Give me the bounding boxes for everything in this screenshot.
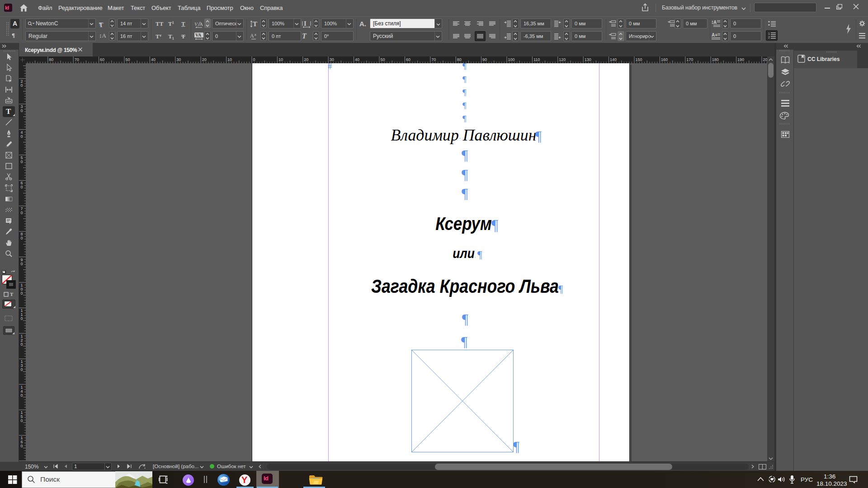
svg-text:2: 2 [768,36,770,39]
svg-text:0: 0 [21,418,23,423]
svg-text:1: 1 [768,32,770,35]
svg-text:A: A [199,21,203,27]
svg-text:0: 0 [21,236,23,240]
svg-text:100: 100 [508,57,515,62]
svg-text:160: 160 [661,57,668,62]
svg-text:0: 0 [21,291,23,296]
svg-text:0: 0 [21,367,23,372]
svg-text:0: 0 [21,342,23,347]
svg-text:20: 20 [304,57,308,62]
svg-text:40: 40 [355,57,359,62]
svg-text:0: 0 [21,185,23,189]
svg-text:0: 0 [21,108,23,113]
svg-text:60: 60 [100,57,104,62]
svg-text:170: 170 [686,57,693,62]
svg-text:0: 0 [21,83,23,88]
svg-text:0: 0 [21,160,23,164]
svg-text:0: 0 [21,262,23,266]
svg-text:130: 130 [585,57,591,62]
svg-text:200: 200 [763,57,768,62]
svg-text:0: 0 [21,211,23,215]
svg-text:90: 90 [482,57,487,62]
svg-text:40: 40 [151,57,156,62]
svg-text:50: 50 [381,57,385,62]
svg-text:0: 0 [21,316,23,321]
svg-text:150: 150 [636,57,642,62]
svg-text:T: T [253,20,257,28]
svg-text:0: 0 [21,134,23,139]
svg-text:80: 80 [49,57,53,62]
svg-text:120: 120 [559,57,566,62]
svg-text:10: 10 [227,57,232,62]
svg-text:I: I [304,20,307,27]
svg-text:60: 60 [406,57,410,62]
svg-text:10: 10 [278,57,283,62]
svg-text:VA: VA [195,33,202,38]
svg-text:190: 190 [737,57,744,62]
svg-text:30: 30 [330,57,334,62]
svg-text:0: 0 [253,57,255,62]
svg-text:A: A [713,20,717,25]
svg-text:V: V [194,21,198,27]
svg-text:a: a [255,33,256,37]
svg-text:110: 110 [533,57,540,62]
svg-text:180: 180 [712,57,719,62]
svg-text:20: 20 [202,57,207,62]
svg-text:70: 70 [431,57,436,62]
svg-text:0: 0 [21,393,23,398]
svg-text:140: 140 [610,57,617,62]
svg-text:A: A [250,33,254,39]
svg-text:80: 80 [457,57,462,62]
svg-text:A+: A+ [712,33,717,38]
svg-text:30: 30 [176,57,181,62]
svg-text:0: 0 [21,444,23,448]
svg-text:70: 70 [75,57,79,62]
svg-text:50: 50 [126,57,130,62]
